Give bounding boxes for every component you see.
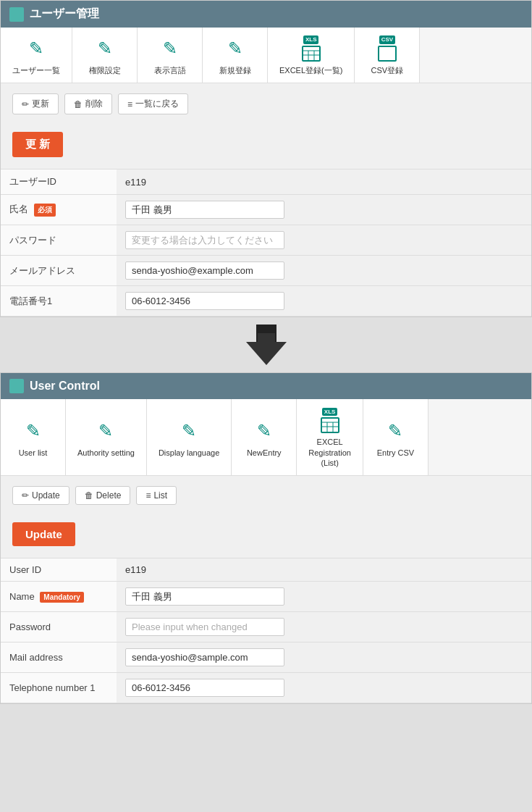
name-label-bottom: Name Mandatory [1,582,117,612]
bottom-form-row-userid: User ID e119 [1,558,531,582]
nav-item-language-en[interactable]: ✎ Display language [147,399,232,475]
top-panel-header: ユーザー管理 [1,1,531,28]
mandatory-badge-bottom: Mandatory [40,592,84,603]
password-label-top: パスワード [1,225,117,256]
list-icon: ≡ [127,99,132,109]
bottom-form-row-phone: Telephone number 1 [1,673,531,703]
nav-item-language[interactable]: ✎ 表示言語 [138,28,203,83]
list-button-top[interactable]: ≡ 一覧に戻る [118,93,188,114]
nav-item-authority-en[interactable]: ✎ Authority setting [66,399,147,475]
password-field-cell-bottom [117,612,531,643]
nav-label-user-list: ユーザー一覧 [12,65,60,75]
phone-field-cell-bottom [117,673,531,703]
bottom-form-table: User ID e119 Name Mandatory Password Mai… [1,558,531,703]
bottom-form-row-name: Name Mandatory [1,582,531,612]
user-list-icon: ✎ [20,35,52,62]
nav-label-csv: CSV登録 [371,65,404,75]
top-action-bar: ✏ 更新 🗑 削除 ≡ 一覧に戻る [1,83,531,125]
phone-input-top[interactable] [125,292,284,310]
excel-icon-en: XLS [314,406,346,434]
userid-label-top: ユーザーID [1,169,117,195]
nav-label-new-entry: 新規登録 [219,65,251,75]
password-input-top[interactable] [125,231,284,249]
nav-label-excel-en: EXCEL Registration (List) [308,437,351,468]
svg-rect-5 [379,46,396,61]
phone-input-bottom[interactable] [125,679,284,697]
top-form-row-email: メールアドレス [1,256,531,286]
name-input-bottom[interactable] [125,587,284,606]
list-button-bottom[interactable]: ≡ List [136,486,177,505]
phone-label-top: 電話番号1 [1,286,117,317]
list-icon-en: ≡ [145,490,151,501]
mandatory-badge-top: 必須 [34,204,56,217]
bottom-panel-header: User Control [1,373,531,399]
nav-item-csv[interactable]: CSV CSV登録 [355,28,420,83]
delete-button-bottom[interactable]: 🗑 Delete [75,486,131,505]
name-label-top: 氏名 必須 [1,195,117,225]
authority-icon-en: ✎ [90,417,122,445]
bottom-action-bar: ✏ Update 🗑 Delete ≡ List [1,476,531,515]
nav-label-csv-en: Entry CSV [377,448,414,458]
nav-item-excel[interactable]: XLS EXCEL登録(一覧) [268,28,355,83]
bottom-panel-title: User Control [30,380,100,393]
nav-label-excel: EXCEL登録(一覧) [279,65,342,75]
email-input-top[interactable] [125,261,284,280]
bottom-form-row-password: Password [1,612,531,643]
bottom-panel-header-icon [9,379,24,393]
top-nav-bar: ✎ ユーザー一覧 ✎ 権限設定 ✎ 表示言語 ✎ 新規登録 XLS EXCEL登… [1,28,531,83]
arrow-container [246,325,287,365]
top-form-row-userid: ユーザーID e119 [1,169,531,195]
nav-item-csv-en[interactable]: ✎ Entry CSV [363,399,428,475]
update-button-bottom[interactable]: ✏ Update [12,486,69,505]
bottom-form-row-email: Mail address [1,643,531,673]
email-label-top: メールアドレス [1,256,117,286]
nav-item-excel-en[interactable]: XLS EXCEL Registration (List) [297,399,363,475]
top-form-table: ユーザーID e119 氏名 必須 パスワード メールアドレス 電話番号1 [1,169,531,317]
authority-icon: ✎ [89,35,121,62]
top-form-row-password: パスワード [1,225,531,256]
email-field-cell-bottom [117,643,531,673]
top-form-row-phone: 電話番号1 [1,286,531,317]
nav-item-new-entry-en[interactable]: ✎ NewEntry [232,399,297,475]
nav-label-new-entry-en: NewEntry [247,448,282,458]
name-field-cell-bottom [117,582,531,612]
email-field-cell-top [117,256,531,286]
language-icon-en: ✎ [173,417,205,445]
csv-icon-en: ✎ [379,417,411,445]
down-arrow-head [246,342,287,365]
phone-label-bottom: Telephone number 1 [1,673,117,703]
phone-field-cell-top [117,286,531,317]
nav-item-user-list[interactable]: ✎ ユーザー一覧 [1,28,72,83]
excel-icon: XLS [295,35,327,62]
csv-icon: CSV [371,35,403,62]
user-list-icon-en: ✎ [17,417,49,445]
update-primary-button-bottom[interactable]: Update [12,522,75,546]
userid-value-top: e119 [117,169,531,195]
update-button-top[interactable]: ✏ 更新 [12,93,59,114]
password-field-cell-top [117,225,531,256]
delete-button-top[interactable]: 🗑 削除 [64,93,112,114]
svg-rect-6 [321,418,339,432]
nav-item-user-list-en[interactable]: ✎ User list [1,399,66,475]
language-icon: ✎ [154,35,186,62]
trash-icon: 🗑 [74,99,83,109]
new-entry-icon: ✎ [219,35,251,62]
new-entry-icon-en: ✎ [248,417,280,445]
email-input-bottom[interactable] [125,648,284,666]
userid-value-bottom: e119 [117,558,531,582]
userid-label-bottom: User ID [1,558,117,582]
name-input-top[interactable] [125,201,284,219]
name-field-cell-top [117,195,531,225]
nav-item-authority[interactable]: ✎ 権限設定 [72,28,138,83]
nav-item-new-entry[interactable]: ✎ 新規登録 [203,28,268,83]
nav-label-authority: 権限設定 [89,65,121,75]
nav-label-authority-en: Authority setting [77,448,135,458]
trash-icon-en: 🗑 [85,490,93,501]
update-primary-button-top[interactable]: 更 新 [12,132,63,157]
pencil-icon: ✏ [22,99,29,109]
nav-label-language-en: Display language [159,448,219,458]
top-panel-title: ユーザー管理 [30,7,99,22]
password-label-bottom: Password [1,612,117,643]
email-label-bottom: Mail address [1,643,117,673]
password-input-bottom[interactable] [125,618,284,636]
